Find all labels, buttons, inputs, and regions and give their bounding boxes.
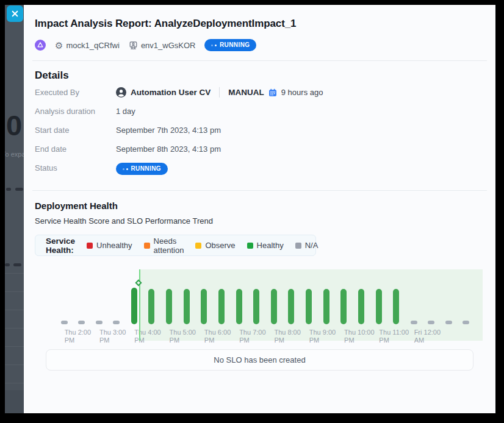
health-bar <box>148 289 154 324</box>
health-bar <box>445 321 452 324</box>
detail-value: Automation User CV MANUAL 9 hours ago <box>116 87 323 98</box>
legend-swatch <box>295 243 301 249</box>
background-metric: 0 <box>6 108 21 142</box>
x-axis-label: Thu 8:00PM <box>274 329 309 344</box>
report-meta-row: ⚙ mock1_qCRfwi env1_wGsKOR RUNNING <box>35 38 484 52</box>
user-avatar-icon <box>116 87 126 98</box>
impact-analysis-report-modal: Impact Analysis Report: AnalyzeDeploymen… <box>24 5 495 413</box>
deployment-health-subtitle: Service Health Score and SLO Performance… <box>35 216 484 227</box>
legend-swatch <box>195 243 201 249</box>
health-bar <box>113 321 120 324</box>
executed-by-user: Automation User CV <box>131 87 211 98</box>
running-dots-icon <box>123 168 128 170</box>
status-badge: RUNNING <box>204 39 256 51</box>
legend-item: Healthy <box>247 241 284 250</box>
detail-row-duration: Analysis duration 1 day <box>35 106 484 125</box>
legend-item: Needs attention <box>144 236 184 255</box>
status-badge: RUNNING <box>116 163 168 175</box>
executed-time-ago: 9 hours ago <box>281 87 323 98</box>
legend-item: Observe <box>195 241 235 250</box>
close-button[interactable] <box>7 5 23 22</box>
mock-name: mock1_qCRfwi <box>66 41 119 50</box>
health-bar <box>288 289 294 324</box>
legend-label: Needs attention <box>154 236 184 255</box>
x-axis-label: Thu 11:00PM <box>379 329 414 344</box>
dimmed-background-page: 0 To expa <box>5 5 24 413</box>
health-bar <box>253 289 259 324</box>
close-icon <box>12 10 18 17</box>
x-axis-label: Thu 9:00PM <box>309 329 345 344</box>
detail-label: Status <box>35 163 116 173</box>
environment-chip: env1_wGsKOR <box>129 41 196 50</box>
page-title: Impact Analysis Report: AnalyzeDeploymen… <box>35 17 484 30</box>
background-band <box>5 390 24 413</box>
health-bar <box>218 289 225 324</box>
status-badge-label: RUNNING <box>220 41 250 49</box>
x-axis-label: Thu 3:00PM <box>99 329 135 344</box>
modal-header: Impact Analysis Report: AnalyzeDeploymen… <box>24 5 495 52</box>
health-bar <box>340 289 347 324</box>
health-bar <box>463 321 469 324</box>
details-section: Details Executed By Automation User CV M… <box>24 69 495 182</box>
legend-item: N/A <box>295 241 319 250</box>
slo-empty-message: No SLO has been created <box>214 355 305 364</box>
calendar-icon <box>268 88 277 97</box>
health-bar <box>271 289 277 324</box>
legend-label: Observe <box>205 241 235 250</box>
legend-item: Unhealthy <box>87 241 132 250</box>
service-health-legend: Service Health: UnhealthyNeeds attention… <box>35 235 316 256</box>
detail-row-executed-by: Executed By Automation User CV MANUAL 9 … <box>35 87 484 106</box>
detail-row-start-date: Start date September 7th 2023, 4:13 pm <box>35 125 484 144</box>
details-heading: Details <box>35 69 484 82</box>
background-shape <box>5 263 10 266</box>
detail-value: RUNNING <box>116 163 168 175</box>
slo-empty-state: No SLO has been created <box>46 349 473 371</box>
health-bar <box>358 289 364 324</box>
legend-title: Service Health: <box>46 236 75 255</box>
vertical-divider <box>219 87 220 98</box>
background-shape <box>6 188 11 191</box>
legend-items: UnhealthyNeeds attentionObserveHealthyN/… <box>87 236 318 255</box>
health-bar <box>323 289 329 324</box>
header-divider <box>32 60 487 61</box>
detail-value: 1 day <box>116 106 135 116</box>
gear-icon: ⚙ <box>55 41 63 50</box>
detail-label: Executed By <box>35 87 116 98</box>
status-badge-label: RUNNING <box>131 165 161 172</box>
health-bar <box>131 288 137 324</box>
health-bar <box>411 321 417 324</box>
health-bar <box>236 289 242 324</box>
background-partial-text: To expa <box>5 151 24 158</box>
health-chart: Thu 2:00PMThu 3:00PMThu 4:00PMThu 5:00PM… <box>35 260 484 344</box>
x-axis-label: Thu 2:00PM <box>65 329 100 344</box>
detail-label: Start date <box>35 125 116 135</box>
x-axis-label: Thu 10:00PM <box>344 329 380 344</box>
health-bar <box>184 289 190 324</box>
x-axis-label: Thu 6:00PM <box>204 329 240 344</box>
health-bar <box>96 321 103 324</box>
health-bar <box>61 321 68 324</box>
background-shape <box>15 188 23 191</box>
detail-label: Analysis duration <box>35 106 116 116</box>
section-divider <box>32 190 487 191</box>
health-bar <box>428 321 434 324</box>
legend-label: Healthy <box>257 241 284 250</box>
legend-swatch <box>144 243 150 249</box>
trigger-mode: MANUAL <box>228 87 264 98</box>
legend-label: Unhealthy <box>96 241 132 250</box>
health-bar <box>376 289 382 324</box>
background-shape <box>13 263 21 266</box>
running-dots-icon <box>211 44 217 46</box>
legend-swatch <box>87 243 93 249</box>
health-bar <box>78 321 85 324</box>
detail-value: September 7th 2023, 4:13 pm <box>116 125 221 135</box>
x-axis-label: Fri 12:00AM <box>414 329 450 344</box>
service-avatar <box>35 40 46 51</box>
environment-name: env1_wGsKOR <box>141 41 196 50</box>
mock-chip: ⚙ mock1_qCRfwi <box>55 41 120 50</box>
x-axis-label: Thu 7:00PM <box>239 329 275 344</box>
detail-label: End date <box>35 144 116 154</box>
legend-label: N/A <box>305 241 319 250</box>
health-bar <box>166 289 172 324</box>
legend-swatch <box>247 243 253 249</box>
